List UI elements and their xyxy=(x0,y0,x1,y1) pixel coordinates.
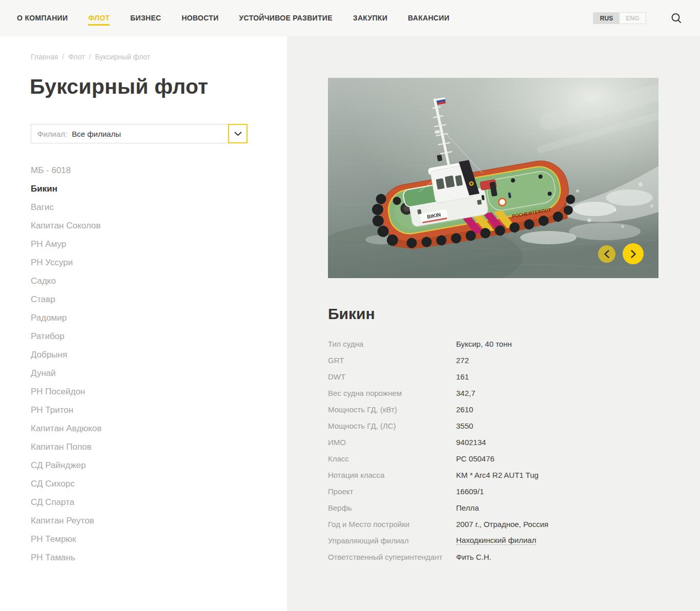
spec-row: Верфь Пелла xyxy=(328,499,651,516)
chevron-right-icon xyxy=(631,250,636,258)
vessel-specs-table: Тип судна Буксир, 40 тонн GRT 272 DWT 16… xyxy=(328,335,651,565)
fleet-list-item[interactable]: Ратибор xyxy=(31,327,256,346)
spec-label: DWT xyxy=(328,372,456,381)
spec-value: 161 xyxy=(456,372,469,381)
fleet-item-label: Капитан Соколов xyxy=(31,221,100,231)
fleet-list-item[interactable]: СД Сихорс xyxy=(31,475,256,493)
fleet-item-label: Капитан Авдюков xyxy=(31,424,101,434)
fleet-item-label: СД Спарта xyxy=(31,497,74,508)
fleet-list-item[interactable]: Ставр xyxy=(31,290,256,309)
nav-item[interactable]: Устойчивое развитие xyxy=(239,11,333,26)
filter-label: Филиал: xyxy=(37,130,67,138)
fleet-list-item[interactable]: Вагис xyxy=(31,198,256,217)
spec-value: 342,7 xyxy=(456,389,476,397)
fleet-item-label: Вагис xyxy=(31,202,54,213)
spec-label: Управляющий филиал xyxy=(328,536,456,545)
lang-eng-button[interactable]: ENG xyxy=(620,13,646,24)
fleet-list-item[interactable]: Добрыня xyxy=(31,346,256,364)
breadcrumb: Главная / Флот / Буксирный флот / xyxy=(31,53,150,61)
fleet-list-item[interactable]: Дунай xyxy=(31,364,256,383)
fleet-item-label: МБ - 6018 xyxy=(31,165,71,176)
spec-label: Тип судна xyxy=(328,340,456,348)
spec-value: Буксир, 40 тонн xyxy=(456,340,512,348)
nav-item[interactable]: Вакансии xyxy=(408,11,449,26)
fleet-item-label: Капитан Реутов xyxy=(31,516,94,526)
breadcrumb-item: Буксирный флот / xyxy=(95,53,150,61)
spec-row: Тип судна Буксир, 40 тонн xyxy=(328,335,651,352)
fleet-list-item[interactable]: РН Тамань xyxy=(31,549,256,567)
nav-item[interactable]: О компании xyxy=(17,11,68,26)
page: О компании Флот Бизнес Новости Устойчиво… xyxy=(0,0,700,611)
spec-label: Мощность ГД, (кВт) xyxy=(328,405,456,414)
spec-value: 16609/1 xyxy=(456,487,484,496)
fleet-list-item[interactable]: СД Райнджер xyxy=(31,456,256,475)
spec-value: KM * Arc4 R2 AUT1 Tug xyxy=(456,471,539,479)
fleet-item-label: Бикин xyxy=(31,184,57,194)
page-title: Буксирный флот xyxy=(30,75,208,99)
nav-item[interactable]: Бизнес xyxy=(130,11,161,26)
breadcrumb-link[interactable]: Буксирный флот xyxy=(95,53,150,61)
main-nav: О компании Флот Бизнес Новости Устойчиво… xyxy=(17,11,449,26)
spec-value[interactable]: Находкинский филиал xyxy=(456,536,536,545)
filter-selected-value: Все филиалы xyxy=(72,130,229,138)
fleet-list-item[interactable]: Капитан Реутов xyxy=(31,512,256,530)
breadcrumb-link[interactable]: Главная xyxy=(31,53,58,61)
fleet-item-label: РН Уссури xyxy=(31,258,73,268)
fleet-list-item[interactable]: Капитан Попов xyxy=(31,438,256,456)
spec-value: 9402134 xyxy=(456,438,486,447)
fleet-list-item[interactable]: Радомир xyxy=(31,309,256,327)
header: О компании Флот Бизнес Новости Устойчиво… xyxy=(0,0,700,36)
spec-row: Нотация класса KM * Arc4 R2 AUT1 Tug xyxy=(328,467,651,483)
spec-row: Вес судна порожнем 342,7 xyxy=(328,385,651,401)
fleet-item-label: РН Тритон xyxy=(31,405,73,415)
spec-row: Ответственный суперинтендант Фить С.Н. xyxy=(328,549,651,565)
spec-row: Класс РС 050476 xyxy=(328,450,651,467)
spec-row: GRT 272 xyxy=(328,352,651,368)
fleet-list-item[interactable]: Садко xyxy=(31,272,256,290)
fleet-list-item[interactable]: РН Амур xyxy=(31,235,256,254)
fleet-list-item[interactable]: РН Посейдон xyxy=(31,383,256,401)
spec-value: 2610 xyxy=(456,405,473,414)
fleet-list-item[interactable]: РН Уссури xyxy=(31,254,256,272)
fleet-item-label: РН Амур xyxy=(31,239,66,249)
filter-dropdown-button[interactable] xyxy=(228,124,248,143)
chevron-left-icon xyxy=(604,250,609,258)
fleet-list-item[interactable]: Капитан Соколов xyxy=(31,217,256,235)
nav-item[interactable]: Закупки xyxy=(353,11,387,26)
fleet-list-item[interactable]: СД Спарта xyxy=(31,493,256,512)
fleet-list-item[interactable]: РН Темрюк xyxy=(31,530,256,549)
nav-item[interactable]: Новости xyxy=(181,11,218,26)
carousel-next-button[interactable] xyxy=(623,243,644,264)
fleet-item-label: Добрыня xyxy=(31,350,67,360)
spec-label: Проект xyxy=(328,487,456,496)
vessel-photo-carousel: РОСНЕФТЕФЛОТ xyxy=(328,78,658,278)
spec-row: DWT 161 xyxy=(328,368,651,385)
spec-label: GRT xyxy=(328,356,456,365)
spec-value: РС 050476 xyxy=(456,454,495,463)
search-button[interactable] xyxy=(670,12,683,25)
carousel-prev-button[interactable] xyxy=(598,245,615,263)
spec-row: Мощность ГД, (ЛС) 3550 xyxy=(328,417,651,434)
vessel-name-heading: Бикин xyxy=(328,305,375,323)
fleet-list-item[interactable]: МБ - 6018 xyxy=(31,161,256,180)
fleet-item-label: Дунай xyxy=(31,368,56,378)
breadcrumb-link[interactable]: Флот xyxy=(68,53,85,61)
fleet-list-item[interactable]: Бикин xyxy=(31,180,256,198)
language-toggle: RUS ENG xyxy=(593,12,646,24)
nav-item[interactable]: Флот xyxy=(88,11,110,26)
fleet-item-label: Капитан Попов xyxy=(31,442,92,452)
fleet-list-item[interactable]: РН Тритон xyxy=(31,401,256,419)
fleet-item-label: Ставр xyxy=(31,294,55,305)
breadcrumb-item: Главная / xyxy=(31,53,68,61)
lang-rus-button[interactable]: RUS xyxy=(593,13,620,24)
spec-label: Ответственный суперинтендант xyxy=(328,553,456,561)
fleet-item-label: РН Тамань xyxy=(31,553,75,563)
spec-value: 2007 г., Отрадное, Россия xyxy=(456,520,548,529)
spec-row: Мощность ГД, (кВт) 2610 xyxy=(328,401,651,417)
spec-row: ИМО 9402134 xyxy=(328,434,651,450)
branch-filter-select[interactable]: Филиал: Все филиалы xyxy=(31,124,248,143)
breadcrumb-item: Флот / xyxy=(68,53,95,61)
fleet-list-item[interactable]: Капитан Авдюков xyxy=(31,419,256,438)
spec-label: Год и Место постройки xyxy=(328,520,456,529)
fleet-item-label: РН Посейдон xyxy=(31,387,85,397)
